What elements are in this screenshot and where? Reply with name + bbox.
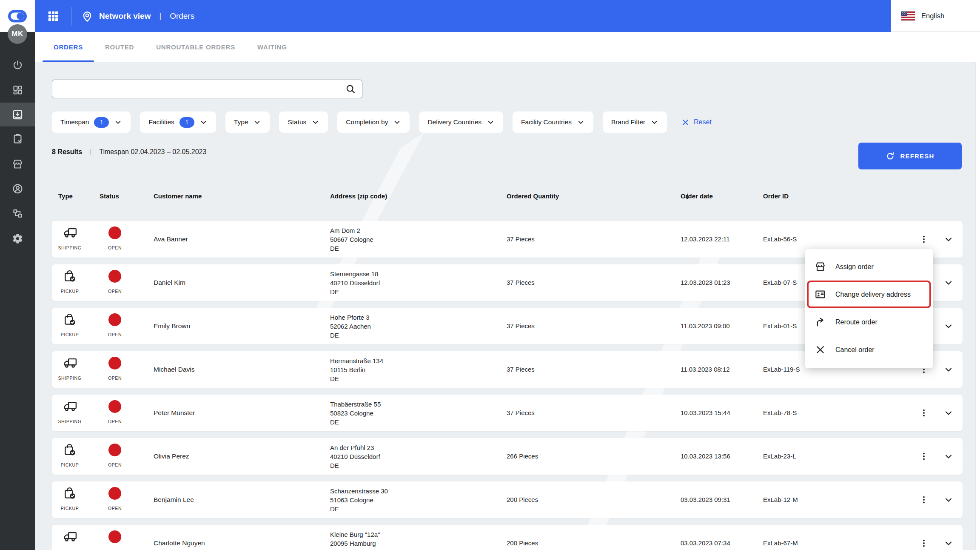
ordered-quantity: 37 Pieces [507, 351, 535, 388]
ordered-quantity: 200 Pieces [507, 481, 538, 518]
row-actions-kebab[interactable] [914, 490, 933, 509]
app-switcher-grid-icon[interactable] [47, 10, 60, 23]
row-actions-kebab[interactable] [914, 534, 933, 550]
sidebar-item-network[interactable] [0, 201, 35, 225]
search-bar [52, 80, 362, 98]
results-separator: | [90, 148, 91, 156]
row-expand-chevron[interactable] [939, 490, 958, 509]
order-status-cell: OPEN [102, 481, 128, 518]
order-date: 03.03.2023 09:31 [681, 481, 730, 518]
menu-item-reroute-order[interactable]: Reroute order [805, 308, 933, 336]
order-status-cell: OPEN [102, 308, 128, 344]
order-type-label: PICKUP [61, 289, 79, 294]
status-open-dot [108, 313, 121, 326]
order-date: 12.03.2023 01:23 [681, 264, 730, 301]
sidebar: MK [0, 0, 35, 550]
sidebar-item-account[interactable] [0, 177, 35, 201]
address-line2: 52062 Aachen [330, 322, 371, 331]
filter-chip-status[interactable]: Status [279, 112, 328, 133]
customer-name: Benjamin Lee [154, 481, 194, 518]
shipping-truck-icon [63, 530, 77, 544]
row-actions-kebab[interactable] [914, 404, 933, 422]
filter-chip-brand-filter[interactable]: Brand Filter [603, 112, 667, 133]
address-line2: 51063 Cologne [330, 496, 388, 504]
contact-card-icon [815, 289, 826, 300]
co-pill-logo-icon [8, 9, 27, 23]
dashboard-icon [12, 84, 23, 96]
row-actions-kebab[interactable] [914, 447, 933, 466]
orders-inbox-icon [12, 109, 23, 120]
sidebar-item-orders-inbox[interactable] [0, 103, 35, 126]
customer-name: Charlotte Nguyen [154, 525, 205, 550]
reset-filters-button[interactable]: Reset [681, 118, 712, 126]
address-line2: 20095 Hamburg [330, 539, 380, 548]
avatar[interactable]: MK [8, 24, 27, 44]
filter-chip-delivery-countries[interactable]: Delivery Countries [419, 112, 503, 133]
table-row[interactable]: PICKUP OPEN Benjamin Lee Schanzenstrasse… [52, 481, 963, 518]
menu-item-cancel-order[interactable]: Cancel order [805, 336, 933, 364]
chevron-down-icon [943, 234, 954, 244]
menu-item-change-delivery-address[interactable]: Change delivery address [805, 281, 933, 308]
results-count: 8 Results [52, 148, 82, 156]
table-row[interactable]: SHIPPING OPEN Peter Münster Thabäerstraß… [52, 395, 963, 431]
vertical-scrollbar[interactable] [975, 62, 980, 550]
search-icon[interactable] [345, 83, 356, 95]
order-type-label: SHIPPING [58, 375, 82, 381]
chevron-down-icon [943, 364, 954, 375]
order-date: 11.03.2023 08:12 [681, 351, 730, 388]
order-status-label: OPEN [108, 245, 122, 250]
menu-item-assign-order[interactable]: Assign order [805, 253, 933, 281]
table-row[interactable]: SHIPPING OPEN Charlotte Nguyen Kleine Bu… [52, 525, 963, 550]
sidebar-item-power[interactable] [0, 53, 35, 77]
language-selector[interactable]: English [891, 0, 980, 32]
filter-chip-type[interactable]: Type [225, 112, 270, 133]
tab-orders[interactable]: ORDERS [43, 32, 94, 62]
ordered-quantity: 37 Pieces [507, 308, 535, 344]
col-address: Address (zip code) [330, 192, 387, 200]
address-line3: DE [330, 418, 381, 427]
ordered-quantity: 266 Pieces [507, 438, 538, 475]
row-expand-chevron[interactable] [939, 447, 958, 466]
order-status-cell: OPEN [102, 525, 128, 550]
row-expand-chevron[interactable] [939, 534, 958, 550]
order-type-label: PICKUP [61, 462, 79, 467]
order-date: 11.03.2023 09:00 [681, 308, 730, 344]
sidebar-item-pickup-tasks[interactable] [0, 126, 35, 150]
sidebar-item-dashboard[interactable] [0, 78, 35, 102]
address: Sternengasse 18 40210 Düsseldorf DE [330, 269, 380, 296]
power-icon [12, 60, 23, 71]
refresh-button[interactable]: REFRESH [858, 143, 962, 169]
language-label: English [921, 12, 944, 20]
tab-routed[interactable]: ROUTED [94, 32, 145, 62]
customer-name: Michael Davis [154, 351, 194, 388]
search-input[interactable] [52, 80, 345, 98]
chevron-down-icon [393, 118, 401, 126]
filter-chip-timespan[interactable]: Timespan 1 [52, 112, 131, 133]
order-status-label: OPEN [108, 506, 122, 511]
row-expand-chevron[interactable] [939, 317, 958, 335]
row-actions-kebab[interactable] [914, 230, 933, 249]
tab-waiting[interactable]: WAITING [246, 32, 298, 62]
order-id: ExLab-119-S [763, 351, 800, 388]
col-order-date[interactable]: Order date [681, 192, 692, 201]
row-expand-chevron[interactable] [939, 230, 958, 249]
tab-unroutable-orders[interactable]: UNROUTABLE ORDERS [145, 32, 246, 62]
shipping-truck-icon [63, 226, 77, 240]
filter-chip-completion-by[interactable]: Completion by [337, 112, 410, 133]
chevron-down-icon [943, 408, 954, 418]
sidebar-item-store[interactable] [0, 152, 35, 176]
app-window: MK Network view | Orders [0, 0, 980, 550]
row-expand-chevron[interactable] [939, 360, 958, 379]
address-line3: DE [330, 504, 388, 513]
address-line1: An der Pfuhl 23 [330, 443, 380, 452]
filter-chip-facilities[interactable]: Facilities 1 [140, 112, 216, 133]
sidebar-item-settings[interactable] [0, 226, 35, 250]
address: An der Pfuhl 23 40210 Düsseldorf DE [330, 443, 380, 470]
chevron-down-icon [199, 118, 208, 126]
row-expand-chevron[interactable] [939, 404, 958, 422]
row-expand-chevron[interactable] [939, 273, 958, 292]
table-row[interactable]: PICKUP OPEN Olivia Perez An der Pfuhl 23… [52, 438, 963, 475]
top-header: Network view | Orders [35, 0, 891, 32]
order-type-label: PICKUP [61, 506, 79, 511]
filter-chip-facility-countries[interactable]: Facility Countries [513, 112, 593, 133]
